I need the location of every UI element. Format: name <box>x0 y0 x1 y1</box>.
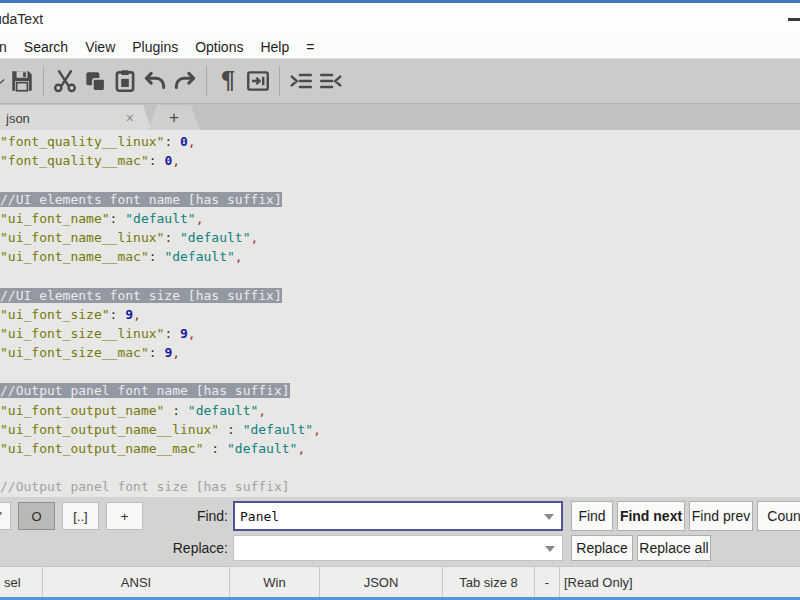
code-segment: , <box>258 403 266 418</box>
menu-item-search[interactable]: Search <box>24 37 68 57</box>
code-line: "ui_font_output_name" : "default", <box>0 401 800 420</box>
status-cell-6: [Read Only] <box>560 567 800 597</box>
editor-area[interactable]: "font_quality__linux": 0,"font_quality__… <box>0 130 800 497</box>
code-segment: //Output panel font size [has suffix] <box>0 479 290 494</box>
code-segment: : <box>149 153 165 168</box>
indent-icon[interactable] <box>286 65 316 97</box>
status-cell-1: ANSI <box>43 567 230 597</box>
find-next-button[interactable]: Find next <box>617 501 685 531</box>
toolbar-divider <box>279 66 280 96</box>
toolbar: ¶ <box>0 58 800 103</box>
find-label: Find: <box>128 508 228 524</box>
code-line: "ui_font_name__mac": "default", <box>0 247 800 266</box>
code-line <box>0 170 800 189</box>
code-segment: 9 <box>180 326 188 341</box>
count-button[interactable]: Count <box>757 501 800 531</box>
code-line: //UI elements font name [has suffix] <box>0 190 800 209</box>
code-line: "ui_font_size__mac": 9, <box>0 343 800 362</box>
code-segment: 9 <box>125 307 133 322</box>
find-option-button-0[interactable]: "w" <box>0 502 11 530</box>
unindent-icon[interactable] <box>316 65 346 97</box>
code-line: //UI elements font size [has suffix] <box>0 286 800 305</box>
find-button[interactable]: Find <box>571 501 613 531</box>
code-segment: "ui_font_output_name__linux" <box>0 422 219 437</box>
replace-all-button[interactable]: Replace all <box>637 535 711 561</box>
code-segment: , <box>313 422 321 437</box>
code-line: "ui_font_output_name__linux" : "default"… <box>0 420 800 439</box>
menu-item-help[interactable]: Help <box>260 37 289 57</box>
replace-input[interactable] <box>234 536 562 560</box>
status-cell-5: - <box>535 567 560 597</box>
code-segment: , <box>172 153 180 168</box>
chevron-partial-icon[interactable] <box>0 65 7 97</box>
code-line: //Output panel font name [has suffix] <box>0 381 800 400</box>
status-cell-3: JSON <box>320 567 443 597</box>
status-bar: selANSIWinJSONTab size 8-[Read Only] <box>0 566 800 597</box>
code-line <box>0 458 800 477</box>
find-option-button-2[interactable]: [..] <box>62 502 99 530</box>
goto-end-icon[interactable] <box>243 65 273 97</box>
code-line: "font_quality__linux": 0, <box>0 132 800 151</box>
find-prev-button[interactable]: Find prev <box>689 501 753 531</box>
selected-comment: //Output panel font name [has suffix] <box>0 383 290 398</box>
code-segment: , <box>188 326 196 341</box>
find-input[interactable] <box>235 503 561 529</box>
code-segment: : <box>164 326 180 341</box>
find-dropdown-icon[interactable] <box>544 514 554 520</box>
code-segment: "default" <box>243 422 313 437</box>
redo-icon[interactable] <box>170 65 200 97</box>
code-segment: : <box>149 345 165 360</box>
tab-close-icon[interactable]: × <box>126 110 134 126</box>
status-cell-4: Tab size 8 <box>443 567 535 597</box>
replace-button[interactable]: Replace <box>571 535 633 561</box>
toolbar-divider <box>43 66 44 96</box>
code-segment: "ui_font_name__mac" <box>0 249 149 264</box>
code-segment: "default" <box>125 211 195 226</box>
code-line: "ui_font_size": 9, <box>0 305 800 324</box>
selected-comment: //UI elements font size [has suffix] <box>0 288 282 303</box>
code-segment: "font_quality__linux" <box>0 134 164 149</box>
status-cell-0: sel <box>0 567 43 597</box>
code-segment: , <box>133 307 141 322</box>
code-segment: 0 <box>180 134 188 149</box>
code-line: "ui_font_output_name__mac" : "default", <box>0 439 800 458</box>
find-option-button-1[interactable]: O <box>18 502 55 530</box>
menu-item-[interactable]: = <box>306 37 314 57</box>
paste-icon[interactable] <box>110 65 140 97</box>
code-segment: "ui_font_output_name__mac" <box>0 441 204 456</box>
replace-combo <box>233 535 563 561</box>
menu-item-view[interactable]: View <box>85 37 115 57</box>
pilcrow-icon[interactable]: ¶ <box>213 65 243 97</box>
menu-item-n[interactable]: n <box>0 37 7 57</box>
minimize-icon[interactable] <box>788 18 800 21</box>
menu-item-options[interactable]: Options <box>195 37 243 57</box>
code-segment: "ui_font_size" <box>0 307 110 322</box>
toolbar-divider <box>206 66 207 96</box>
code-segment: , <box>172 345 180 360</box>
status-cell-2: Win <box>230 567 320 597</box>
replace-dropdown-icon[interactable] <box>545 546 555 552</box>
code-segment: "default" <box>180 230 250 245</box>
code-line: "ui_font_name": "default", <box>0 209 800 228</box>
undo-icon[interactable] <box>140 65 170 97</box>
code-line <box>0 266 800 285</box>
new-tab-button[interactable]: + <box>148 105 200 131</box>
tab-json[interactable]: json × <box>0 105 152 131</box>
menu-item-plugins[interactable]: Plugins <box>132 37 178 57</box>
find-replace-panel: "w"O[..]+ Find: Replace: FindFind nextFi… <box>0 497 800 566</box>
code-segment: "ui_font_output_name" <box>0 403 164 418</box>
cut-icon[interactable] <box>50 65 80 97</box>
code-segment: : <box>110 307 126 322</box>
code-segment: "ui_font_name__linux" <box>0 230 164 245</box>
pilcrow-glyph: ¶ <box>220 68 235 94</box>
window-title: udaText <box>0 11 43 27</box>
replace-label: Replace: <box>128 540 228 556</box>
copy-icon[interactable] <box>80 65 110 97</box>
code-segment: , <box>297 441 305 456</box>
save-icon[interactable] <box>7 65 37 97</box>
menubar: nSearchViewPluginsOptionsHelp= <box>0 35 800 58</box>
code-segment: : <box>164 403 187 418</box>
code-line <box>0 362 800 381</box>
code-segment: , <box>250 230 258 245</box>
code-segment: : <box>110 211 126 226</box>
